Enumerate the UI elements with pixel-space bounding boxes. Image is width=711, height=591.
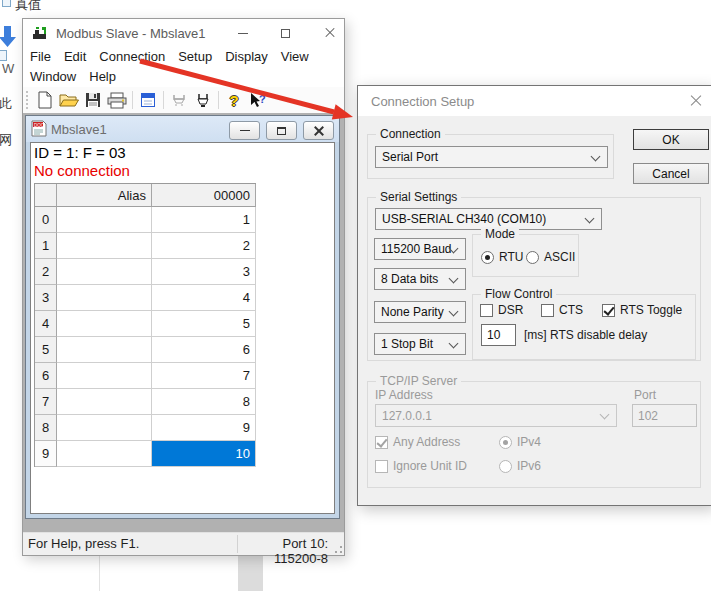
toolbar-separator	[218, 91, 219, 109]
alias-cell[interactable]	[57, 259, 152, 285]
alias-cell[interactable]	[57, 441, 152, 467]
table-row: 78	[35, 389, 256, 415]
open-file-icon[interactable]	[57, 89, 81, 111]
menu-view[interactable]: View	[281, 47, 309, 67]
dialog-titlebar[interactable]: Connection Setup	[358, 86, 711, 116]
cts-checkbox[interactable]: CTS	[541, 303, 583, 317]
connection-type-value: Serial Port	[382, 150, 438, 164]
connection-type-select[interactable]: Serial Port	[375, 146, 608, 168]
register-value-cell[interactable]: 7	[152, 363, 256, 389]
toolbar: ? ?	[23, 87, 344, 113]
register-value-cell[interactable]: 4	[152, 285, 256, 311]
register-value-cell[interactable]: 1	[152, 207, 256, 233]
connection-status-text: No connection	[34, 162, 130, 179]
minimize-icon	[240, 130, 250, 131]
register-value-cell[interactable]: 9	[152, 415, 256, 441]
background-window-edge	[99, 556, 100, 591]
child-restore-button[interactable]	[266, 121, 297, 140]
chevron-down-icon	[449, 307, 459, 317]
rtu-radio[interactable]: RTU	[481, 250, 523, 264]
row-header-cell[interactable]: 3	[35, 285, 57, 311]
menu-display[interactable]: Display	[225, 47, 268, 67]
parity-value: None Parity	[381, 305, 444, 319]
row-header-cell[interactable]: 6	[35, 363, 57, 389]
main-titlebar[interactable]: Modbus Slave - Mbslave1	[23, 19, 344, 47]
maximize-button[interactable]	[269, 19, 301, 47]
register-value-cell[interactable]: 10	[152, 441, 256, 467]
row-header-cell[interactable]: 2	[35, 259, 57, 285]
register-value-cell[interactable]: 8	[152, 389, 256, 415]
register-value-cell[interactable]: 2	[152, 233, 256, 259]
child-minimize-button[interactable]	[229, 121, 260, 140]
print-icon[interactable]	[105, 89, 129, 111]
register-value-cell[interactable]: 5	[152, 311, 256, 337]
alias-cell[interactable]	[57, 363, 152, 389]
minimize-button[interactable]	[227, 19, 259, 47]
parity-select[interactable]: None Parity	[374, 301, 466, 323]
alias-cell[interactable]	[57, 233, 152, 259]
toolbar-separator	[132, 91, 133, 109]
alias-cell[interactable]	[57, 311, 152, 337]
child-titlebar[interactable]: DOC Mbslave1	[26, 116, 339, 142]
menu-help[interactable]: Help	[89, 67, 116, 87]
alias-cell[interactable]	[57, 415, 152, 441]
rts-delay-input[interactable]: 10	[481, 324, 516, 346]
alias-cell[interactable]	[57, 389, 152, 415]
display-setup-icon[interactable]	[136, 89, 160, 111]
table-row: 34	[35, 285, 256, 311]
cancel-button[interactable]: Cancel	[633, 163, 709, 184]
ok-button[interactable]: OK	[633, 129, 709, 150]
stop-bits-select[interactable]: 1 Stop Bit	[374, 333, 466, 355]
rts-toggle-checkbox[interactable]: RTS Toggle	[602, 303, 682, 317]
context-help-icon[interactable]: ?	[246, 89, 270, 111]
row-header-cell[interactable]: 0	[35, 207, 57, 233]
baud-rate-select[interactable]: 115200 Baud	[374, 238, 466, 260]
rts-delay-label: [ms] RTS disable delay	[524, 328, 647, 342]
checkbox-icon	[541, 304, 554, 317]
register-column-header[interactable]: 00000	[152, 184, 256, 207]
menu-connection[interactable]: Connection	[99, 47, 165, 67]
save-file-icon[interactable]	[81, 89, 105, 111]
corner-header-cell[interactable]	[35, 184, 57, 207]
row-header-cell[interactable]: 4	[35, 311, 57, 337]
data-bits-select[interactable]: 8 Data bits	[374, 268, 466, 290]
row-header-cell[interactable]: 7	[35, 389, 57, 415]
row-header-cell[interactable]: 5	[35, 337, 57, 363]
register-value-cell[interactable]: 3	[152, 259, 256, 285]
ascii-radio[interactable]: ASCII	[526, 250, 575, 264]
help-icon[interactable]: ?	[222, 89, 246, 111]
chevron-down-icon	[591, 152, 601, 162]
row-header-cell[interactable]: 9	[35, 441, 57, 467]
new-file-icon[interactable]	[33, 89, 57, 111]
alias-column-header[interactable]: Alias	[57, 184, 152, 207]
alias-cell[interactable]	[57, 337, 152, 363]
chevron-down-icon	[585, 214, 595, 224]
table-row: 45	[35, 311, 256, 337]
menu-setup[interactable]: Setup	[178, 47, 212, 67]
menu-row-1: FileEditConnectionSetupDisplayView	[23, 47, 344, 67]
alias-cell[interactable]	[57, 207, 152, 233]
ignore-unit-id-label: Ignore Unit ID	[393, 459, 467, 473]
resize-grip[interactable]	[335, 546, 343, 554]
menu-file[interactable]: File	[30, 47, 51, 67]
register-value-cell[interactable]: 6	[152, 337, 256, 363]
child-close-button[interactable]	[303, 121, 334, 140]
close-button[interactable]	[314, 19, 346, 47]
dsr-label: DSR	[498, 303, 523, 317]
auto-answer-icon[interactable]	[191, 89, 215, 111]
toolbar-gripper[interactable]	[26, 91, 29, 109]
row-header-cell[interactable]: 1	[35, 233, 57, 259]
table-row: 89	[35, 415, 256, 441]
doc-file-icon: DOC	[31, 120, 47, 137]
dialog-close-button[interactable]	[689, 94, 703, 108]
port-label-row: Port	[634, 388, 656, 402]
menu-edit[interactable]: Edit	[64, 47, 86, 67]
alias-cell[interactable]	[57, 285, 152, 311]
dsr-checkbox[interactable]: DSR	[480, 303, 523, 317]
dialog-title: Connection Setup	[371, 94, 474, 109]
menu-window[interactable]: Window	[30, 67, 76, 87]
radio-selected-icon	[481, 251, 494, 264]
row-header-cell[interactable]: 8	[35, 415, 57, 441]
ipv4-radio: IPv4	[499, 435, 541, 449]
ip-address-label-row: IP Address	[375, 388, 433, 402]
